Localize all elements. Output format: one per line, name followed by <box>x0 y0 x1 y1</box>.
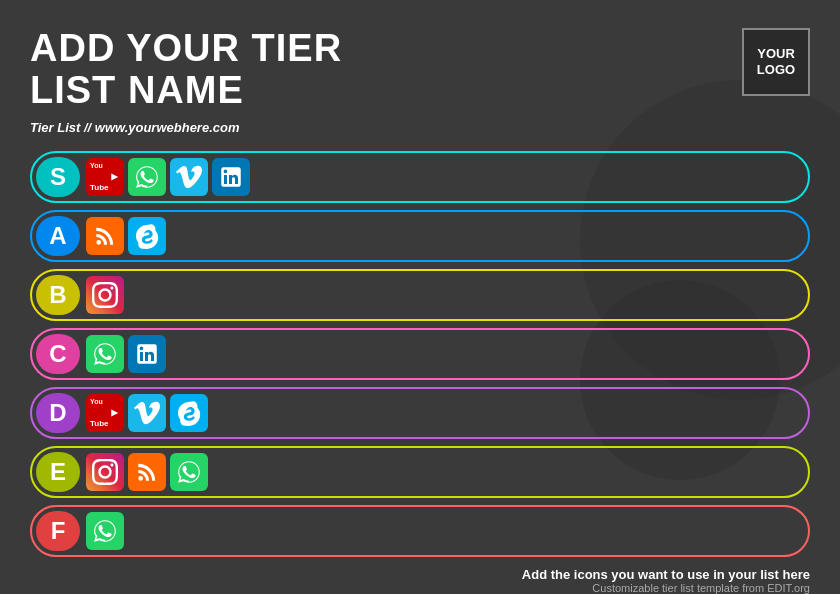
tier-row-e: E <box>30 446 810 498</box>
whatsapp-icon <box>86 512 124 550</box>
tier-icons-d: You Tube <box>86 394 208 432</box>
skype-icon <box>128 217 166 255</box>
tier-label-b: B <box>36 275 80 315</box>
youtube-icon: You Tube <box>86 158 124 196</box>
title-block: ADD YOUR TIER LIST NAME <box>30 28 342 112</box>
footer-main-text: Add the icons you want to use in your li… <box>522 567 810 582</box>
linkedin-icon <box>212 158 250 196</box>
vimeo-icon <box>128 394 166 432</box>
tier-label-a: A <box>36 216 80 256</box>
header: ADD YOUR TIER LIST NAME YOUR LOGO <box>30 28 810 112</box>
instagram-icon <box>86 276 124 314</box>
whatsapp-icon <box>86 335 124 373</box>
tier-row-a: A <box>30 210 810 262</box>
rss-icon <box>86 217 124 255</box>
tier-label-c: C <box>36 334 80 374</box>
tier-row-d: D You Tube <box>30 387 810 439</box>
page-title: ADD YOUR TIER LIST NAME <box>30 28 342 112</box>
tier-icons-a <box>86 217 166 255</box>
whatsapp-icon <box>170 453 208 491</box>
instagram-icon <box>86 453 124 491</box>
linkedin-icon <box>128 335 166 373</box>
svg-marker-1 <box>111 409 118 416</box>
tier-icons-b <box>86 276 124 314</box>
tier-icons-f <box>86 512 124 550</box>
tier-row-b: B <box>30 269 810 321</box>
footer-sub-text: Customizable tier list template from EDI… <box>592 582 810 594</box>
tier-label-f: F <box>36 511 80 551</box>
tier-icons-e <box>86 453 208 491</box>
tier-label-e: E <box>36 452 80 492</box>
tier-label-s: S <box>36 157 80 197</box>
tier-list: S You Tube A B C <box>30 151 810 557</box>
subtitle: Tier List // www.yourwebhere.com <box>30 120 810 135</box>
vimeo-icon <box>170 158 208 196</box>
tier-row-s: S You Tube <box>30 151 810 203</box>
logo-box: YOUR LOGO <box>742 28 810 96</box>
tier-row-f: F <box>30 505 810 557</box>
whatsapp-icon <box>128 158 166 196</box>
tier-label-d: D <box>36 393 80 433</box>
youtube-icon: You Tube <box>86 394 124 432</box>
tier-row-c: C <box>30 328 810 380</box>
rss-icon <box>128 453 166 491</box>
svg-marker-0 <box>111 173 118 180</box>
tier-icons-c <box>86 335 166 373</box>
skype-icon <box>170 394 208 432</box>
footer: Add the icons you want to use in your li… <box>30 567 810 594</box>
tier-icons-s: You Tube <box>86 158 250 196</box>
